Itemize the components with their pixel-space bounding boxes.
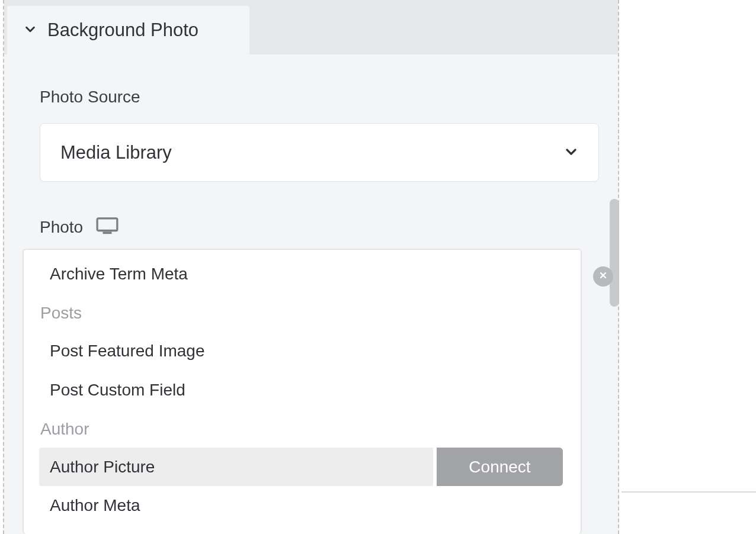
settings-panel: Background Photo Photo Source Media Libr… [3, 0, 619, 534]
svg-rect-1 [103, 231, 112, 234]
dropdown-group-author: Author [24, 411, 581, 448]
chevron-down-icon [564, 144, 578, 161]
monitor-icon[interactable] [96, 217, 118, 237]
photo-label: Photo [40, 218, 83, 237]
dropdown-group-posts: Posts [24, 295, 581, 332]
dropdown-option-author-picture[interactable]: Author Picture [39, 448, 433, 486]
photo-source-label: Photo Source [40, 88, 582, 107]
close-icon [598, 271, 608, 282]
dropdown-option-archive-term-meta[interactable]: Archive Term Meta [24, 255, 581, 294]
dropdown-option-author-meta[interactable]: Author Meta [24, 486, 581, 525]
page-background-right [622, 0, 756, 493]
photo-source-select[interactable]: Media Library [40, 123, 599, 182]
photo-source-value: Media Library [60, 142, 172, 163]
photo-dropdown: Archive Term Meta Posts Post Featured Im… [23, 249, 582, 534]
connect-button[interactable]: Connect [437, 448, 563, 486]
dropdown-option-author-picture-row: Author Picture Connect [39, 448, 563, 486]
scrollbar-thumb[interactable] [610, 199, 619, 307]
tab-bar: Background Photo [4, 0, 618, 54]
photo-field-row: Photo [40, 217, 582, 237]
dropdown-option-post-featured-image[interactable]: Post Featured Image [24, 332, 581, 371]
chevron-down-icon [24, 22, 37, 38]
svg-rect-0 [97, 218, 117, 231]
tab-label: Background Photo [47, 20, 198, 41]
close-dropdown-button[interactable] [593, 266, 613, 287]
dropdown-option-post-custom-field[interactable]: Post Custom Field [24, 371, 581, 410]
tab-background-photo[interactable]: Background Photo [7, 6, 249, 54]
